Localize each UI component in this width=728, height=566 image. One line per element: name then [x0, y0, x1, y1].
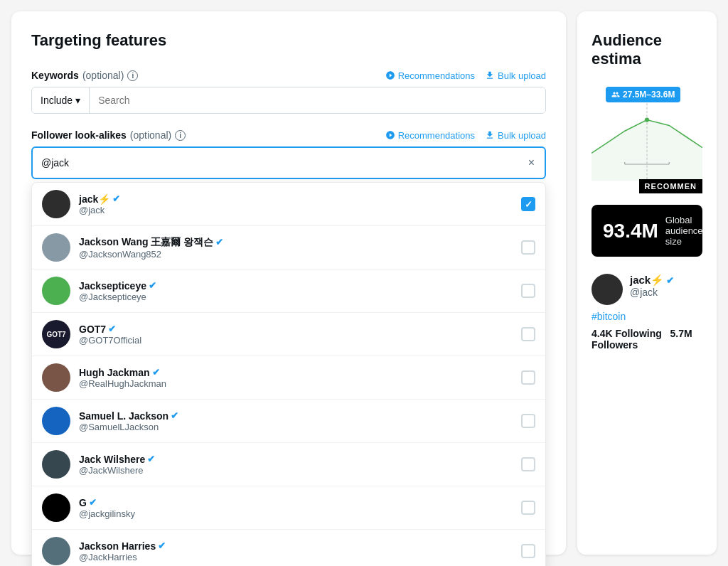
- dropdown-item[interactable]: G✔@jackgilinsky: [32, 486, 545, 530]
- user-info: jack⚡✔@jack: [79, 193, 513, 215]
- chevron-down-icon: ▾: [75, 95, 80, 106]
- user-handle: @jack: [79, 205, 513, 215]
- user-handle: @RealHughJackman: [79, 378, 513, 389]
- user-checkbox[interactable]: [521, 501, 535, 515]
- keywords-actions: Recommendations Bulk upload: [385, 70, 546, 81]
- follower-input-box: ×: [31, 146, 546, 179]
- page-title: Targeting features: [31, 31, 546, 50]
- side-panel-title: Audience estima: [592, 31, 702, 68]
- avatar: [42, 537, 70, 565]
- verified-icon: ✔: [112, 193, 120, 204]
- user-checkbox[interactable]: [521, 544, 535, 558]
- profile-handle: @jack: [630, 287, 674, 298]
- keywords-info-icon[interactable]: i: [127, 70, 138, 81]
- verified-icon: ✔: [147, 454, 155, 464]
- dropdown-item[interactable]: Jacksepticeye✔@Jacksepticeye: [32, 269, 545, 313]
- follower-label: Follower look-alikes (optional) i: [31, 129, 186, 141]
- verified-icon: ✔: [108, 324, 116, 334]
- audience-estimate-panel: Audience estima 27.5M–33.6M RECOMMEN 93.…: [577, 11, 717, 555]
- dropdown-item[interactable]: Jack Wilshere✔@JackWilshere: [32, 443, 545, 486]
- follower-info-icon[interactable]: i: [175, 130, 186, 141]
- user-handle: @JackHarries: [79, 552, 513, 562]
- targeting-features-panel: Targeting features Keywords (optional) i…: [11, 11, 566, 555]
- dropdown-item[interactable]: Hugh Jackman✔@RealHughJackman: [32, 356, 545, 400]
- audience-number: 93.4M: [603, 220, 658, 242]
- user-info: Jacksepticeye✔@Jacksepticeye: [79, 280, 513, 302]
- clear-icon[interactable]: ×: [527, 155, 536, 171]
- follower-dropdown-list: jack⚡✔@jackJackson Wang 王嘉爾 왕잭슨✔@Jackson…: [31, 182, 546, 566]
- user-name: GOT7✔: [79, 324, 513, 335]
- profile-name: jack⚡ ✔: [630, 274, 674, 287]
- audience-chart: 27.5M–33.6M RECOMMEN: [592, 80, 702, 193]
- user-name: Jacksepticeye✔: [79, 280, 513, 292]
- verified-icon: ✔: [89, 497, 97, 508]
- user-info: G✔@jackgilinsky: [79, 497, 513, 519]
- user-info: Jackson Harries✔@JackHarries: [79, 540, 513, 562]
- user-handle: @Jacksepticeye: [79, 292, 513, 302]
- dropdown-item[interactable]: Jackson Harries✔@JackHarries: [32, 530, 545, 566]
- avatar: [42, 407, 70, 435]
- user-name: jack⚡✔: [79, 193, 513, 205]
- user-handle: @JackWilshere: [79, 465, 513, 476]
- user-name: G✔: [79, 497, 513, 508]
- user-info: Hugh Jackman✔@RealHughJackman: [79, 367, 513, 389]
- user-checkbox[interactable]: [521, 414, 535, 428]
- profile-hashtag[interactable]: #bitcoin: [592, 311, 702, 322]
- follower-search-wrapper: × jack⚡✔@jackJackson Wang 王嘉爾 왕잭슨✔@Jacks…: [31, 146, 546, 566]
- user-checkbox[interactable]: [521, 284, 535, 298]
- follower-recommendations-link[interactable]: Recommendations: [385, 130, 475, 141]
- user-checkbox[interactable]: [521, 457, 535, 471]
- user-checkbox[interactable]: [521, 370, 535, 385]
- user-info: Samuel L. Jackson✔@SamuelLJackson: [79, 410, 513, 432]
- recommend-badge: RECOMMEN: [639, 179, 702, 193]
- keywords-search-input[interactable]: [90, 87, 545, 113]
- user-name: Hugh Jackman✔: [79, 367, 513, 378]
- user-handle: @GOT7Official: [79, 335, 513, 346]
- profile-card: jack⚡ ✔ @jack #bitcoin 4.4K Following 5.…: [592, 268, 702, 356]
- avatar: [42, 450, 70, 479]
- verified-icon: ✔: [215, 237, 223, 247]
- follower-bulk-upload-link[interactable]: Bulk upload: [485, 130, 546, 141]
- profile-verified-icon: ✔: [666, 275, 674, 286]
- user-info: Jack Wilshere✔@JackWilshere: [79, 454, 513, 476]
- user-name: Jackson Harries✔: [79, 540, 513, 552]
- audience-size-label: Global audience size: [665, 215, 703, 247]
- avatar: [42, 493, 70, 522]
- follower-search-input[interactable]: [41, 157, 527, 169]
- verified-icon: ✔: [152, 367, 160, 378]
- user-name: Jack Wilshere✔: [79, 454, 513, 465]
- profile-avatar: [592, 274, 623, 305]
- avatar: [42, 277, 70, 305]
- user-info: Jackson Wang 王嘉爾 왕잭슨✔@JacksonWang852: [79, 236, 513, 260]
- profile-details: jack⚡ ✔ @jack: [630, 274, 674, 298]
- dropdown-item[interactable]: Samuel L. Jackson✔@SamuelLJackson: [32, 400, 545, 443]
- follower-actions: Recommendations Bulk upload: [385, 130, 546, 141]
- avatar: GOT7: [42, 320, 70, 348]
- user-info: GOT7✔@GOT7Official: [79, 324, 513, 346]
- avatar: [42, 363, 70, 392]
- follower-section-header: Follower look-alikes (optional) i Recomm…: [31, 129, 546, 141]
- user-handle: @JacksonWang852: [79, 249, 513, 260]
- user-checkbox[interactable]: [521, 240, 535, 255]
- dropdown-item[interactable]: jack⚡✔@jack: [32, 183, 545, 226]
- keywords-section-header: Keywords (optional) i Recommendations Bu…: [31, 70, 546, 81]
- verified-icon: ✔: [149, 280, 156, 291]
- user-handle: @jackgilinsky: [79, 508, 513, 519]
- audience-size-banner: 93.4M Global audience size: [592, 205, 702, 257]
- verified-icon: ✔: [171, 410, 178, 421]
- user-handle: @SamuelLJackson: [79, 422, 513, 432]
- include-dropdown[interactable]: Include ▾: [32, 87, 90, 113]
- keywords-recommendations-link[interactable]: Recommendations: [385, 70, 475, 81]
- user-checkbox[interactable]: [521, 197, 535, 211]
- svg-point-2: [645, 117, 649, 122]
- dropdown-item[interactable]: GOT7GOT7✔@GOT7Official: [32, 313, 545, 356]
- user-checkbox[interactable]: [521, 327, 535, 341]
- keywords-label: Keywords (optional) i: [31, 70, 138, 81]
- dropdown-item[interactable]: Jackson Wang 王嘉爾 왕잭슨✔@JacksonWang852: [32, 226, 545, 269]
- verified-icon: ✔: [158, 540, 166, 551]
- profile-stats: 4.4K Following 5.7M Followers: [592, 328, 702, 351]
- keywords-input-row: Include ▾: [31, 87, 546, 114]
- keywords-bulk-upload-link[interactable]: Bulk upload: [485, 70, 546, 81]
- user-name: Jackson Wang 王嘉爾 왕잭슨✔: [79, 236, 513, 249]
- profile-card-inner: jack⚡ ✔ @jack: [592, 274, 702, 305]
